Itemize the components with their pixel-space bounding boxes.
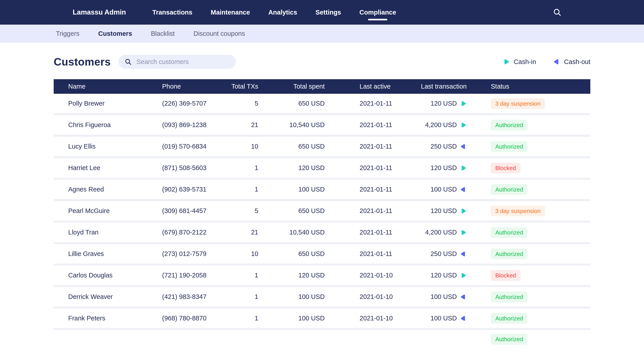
page-title: Customers (54, 56, 111, 68)
customer-name: Carlos Douglas (54, 272, 162, 279)
cash-out-icon (460, 293, 467, 300)
customer-name: Derrick Weaver (54, 293, 162, 300)
header-last-transaction: Last transaction (413, 83, 491, 90)
customer-name: Chris Figueroa (54, 121, 162, 129)
customer-name: Lillie Graves (54, 250, 162, 257)
cash-in-icon (460, 229, 467, 236)
subnav-tab-blacklist[interactable]: Blacklist (151, 30, 175, 37)
cash-out-icon (460, 251, 467, 257)
total-txs: 21 (218, 121, 258, 129)
total-spent: 100 USD (258, 314, 325, 322)
table-row[interactable]: Frank Peters(968) 780-88701100 USD2021-0… (54, 308, 590, 330)
last-transaction: 120 USD (413, 272, 491, 279)
status-cell: Authorized (491, 330, 590, 344)
table-row[interactable]: Pearl McGuire(309) 681-44575650 USD2021-… (54, 201, 590, 223)
status-badge: Authorized (491, 291, 528, 302)
total-txs: 1 (218, 293, 258, 300)
subnav-tab-triggers[interactable]: Triggers (56, 30, 80, 37)
cash-in-icon (460, 272, 467, 279)
app-logo[interactable]: Lamassu Admin (73, 8, 126, 16)
customer-phone: (871) 508-5603 (162, 164, 218, 172)
nav-analytics[interactable]: Analytics (268, 0, 297, 25)
status-cell: Blocked (491, 270, 590, 281)
customer-phone: (902) 639-5731 (162, 186, 218, 193)
customer-phone: (679) 870-2122 (162, 229, 218, 236)
nav-maintenance[interactable]: Maintenance (211, 0, 250, 25)
status-cell: 3 day suspension (491, 98, 590, 109)
cash-in-icon (503, 58, 510, 65)
status-badge: Authorized (491, 334, 528, 344)
search-icon[interactable] (552, 8, 562, 17)
total-txs: 1 (218, 186, 258, 193)
last-active: 2021-01-11 (325, 100, 413, 107)
table-body: Polly Brewer(226) 369-57075650 USD2021-0… (54, 94, 590, 351)
customer-phone: (309) 681-4457 (162, 207, 218, 215)
nav-compliance[interactable]: Compliance (359, 0, 396, 25)
customer-search[interactable] (118, 55, 236, 69)
subnav-tab-customers[interactable]: Customers (98, 30, 132, 37)
direction-legend: Cash-in Cash-out (503, 58, 590, 66)
table-row-partial[interactable]: Authorized (54, 330, 590, 351)
page-head: Customers Cash-in Cash-out (54, 55, 590, 69)
total-spent: 120 USD (258, 164, 325, 172)
last-transaction: 250 USD (413, 250, 491, 257)
status-cell: Authorized (491, 184, 590, 195)
search-icon (124, 58, 132, 66)
cash-in-icon (460, 122, 467, 128)
customer-phone: (226) 369-5707 (162, 100, 218, 107)
table-row[interactable]: Agnes Reed(902) 639-57311100 USD2021-01-… (54, 180, 590, 201)
table-row[interactable]: Derrick Weaver(421) 983-83471100 USD2021… (54, 287, 590, 308)
table-header-row: Name Phone Total TXs Total spent Last ac… (54, 79, 590, 94)
status-cell: Authorized (491, 313, 590, 324)
header-phone: Phone (162, 83, 218, 90)
compliance-subnav: Triggers Customers Blacklist Discount co… (0, 25, 644, 43)
last-active: 2021-01-10 (325, 314, 413, 322)
total-txs: 5 (218, 100, 258, 107)
total-spent: 120 USD (258, 272, 325, 279)
header-total-spent: Total spent (258, 83, 325, 90)
header-last-active: Last active (325, 83, 413, 90)
status-badge: Authorized (491, 227, 528, 238)
status-cell: Blocked (491, 163, 590, 173)
search-input[interactable] (136, 58, 230, 66)
nav-settings[interactable]: Settings (316, 0, 341, 25)
total-txs: 1 (218, 164, 258, 172)
last-transaction: 4,200 USD (413, 121, 491, 129)
total-txs: 1 (218, 314, 258, 322)
last-active: 2021-01-11 (325, 164, 413, 172)
total-spent: 650 USD (258, 143, 325, 150)
last-active: 2021-01-11 (325, 229, 413, 236)
customer-name: Polly Brewer (54, 100, 162, 107)
status-cell: 3 day suspension (491, 206, 590, 216)
last-active: 2021-01-11 (325, 250, 413, 257)
top-navbar: Lamassu Admin Transactions Maintenance A… (0, 0, 644, 25)
last-transaction: 120 USD (413, 164, 491, 172)
total-spent: 650 USD (258, 100, 325, 107)
table-row[interactable]: Lloyd Tran(679) 870-21222110,540 USD2021… (54, 223, 590, 244)
last-active: 2021-01-11 (325, 186, 413, 193)
table-row[interactable]: Harriet Lee(871) 508-56031120 USD2021-01… (54, 158, 590, 180)
legend-cash-in: Cash-in (503, 58, 536, 66)
total-spent: 650 USD (258, 207, 325, 215)
last-active: 2021-01-10 (325, 272, 413, 279)
customer-name: Agnes Reed (54, 186, 162, 193)
customer-phone: (019) 570-6834 (162, 143, 218, 150)
main-nav: Transactions Maintenance Analytics Setti… (152, 0, 414, 25)
status-badge: 3 day suspension (491, 98, 545, 109)
customers-table: Name Phone Total TXs Total spent Last ac… (54, 79, 590, 351)
total-txs: 21 (218, 229, 258, 236)
customer-phone: (093) 869-1238 (162, 121, 218, 129)
status-badge: 3 day suspension (491, 206, 545, 216)
last-active: 2021-01-10 (325, 293, 413, 300)
customer-name: Lloyd Tran (54, 229, 162, 236)
subnav-tab-discount-coupons[interactable]: Discount coupons (194, 30, 245, 37)
legend-cash-in-label: Cash-in (514, 58, 536, 66)
table-row[interactable]: Polly Brewer(226) 369-57075650 USD2021-0… (54, 94, 590, 115)
table-row[interactable]: Chris Figueroa(093) 869-12382110,540 USD… (54, 115, 590, 137)
table-row[interactable]: Carlos Douglas(721) 190-20581120 USD2021… (54, 266, 590, 287)
header-status: Status (491, 83, 590, 90)
table-row[interactable]: Lillie Graves(273) 012-757910650 USD2021… (54, 244, 590, 266)
customer-phone: (968) 780-8870 (162, 314, 218, 322)
nav-transactions[interactable]: Transactions (152, 0, 192, 25)
table-row[interactable]: Lucy Ellis(019) 570-683410650 USD2021-01… (54, 137, 590, 158)
